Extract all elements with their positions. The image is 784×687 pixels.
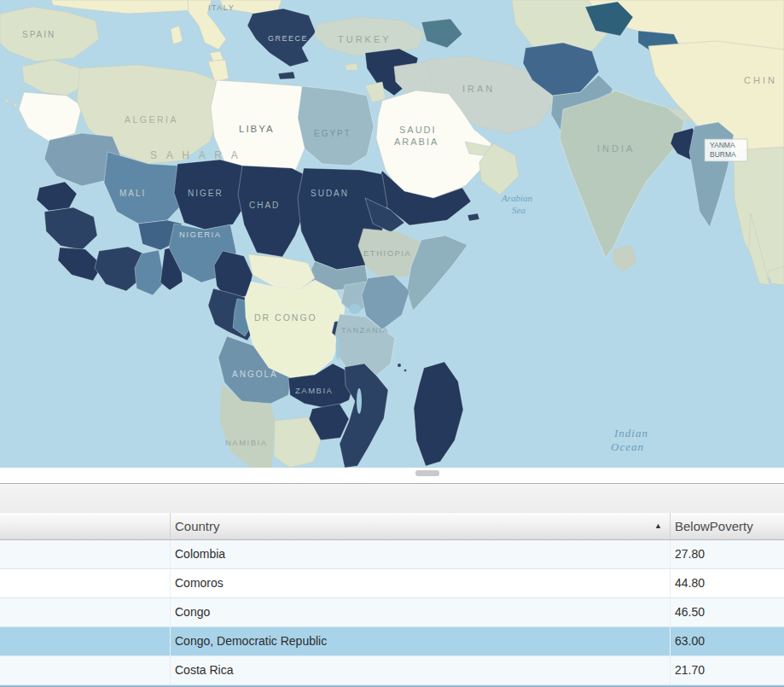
lake-victoria — [349, 304, 361, 314]
column-header-belowpoverty-label: BelowPoverty — [675, 519, 753, 533]
column-header-belowpoverty[interactable]: BelowPoverty — [670, 513, 784, 539]
lake-tanganyika — [336, 336, 340, 360]
map-label-chad: CHAD — [249, 201, 280, 210]
value-cell: 27.80 — [670, 540, 784, 568]
table-row[interactable]: Congo 46.50 — [0, 598, 784, 627]
country-cell: Comoros — [171, 569, 670, 597]
table-row[interactable]: Costa Rica 21.70 — [0, 656, 784, 685]
country-shape-comoros1[interactable] — [398, 364, 401, 367]
lake-malawi — [357, 388, 362, 414]
map-label-ethiopia: ETHIOPIA — [363, 248, 411, 258]
map-label-myanmar-line2: BURMA — [710, 150, 736, 159]
value-cell: 44.80 — [670, 569, 784, 597]
map-panel: ITALY SPAIN GREECE TURKEY IRAN CHIN ALGE… — [0, 0, 784, 468]
basemap-shape-canary2 — [14, 103, 17, 107]
map-label-saudi-line1: SAUDI — [399, 125, 437, 135]
table-row[interactable]: Comoros 44.80 — [0, 569, 784, 598]
map-label-egypt: EGYPT — [314, 129, 351, 138]
choropleth-map[interactable]: ITALY SPAIN GREECE TURKEY IRAN CHIN ALGE… — [0, 0, 784, 468]
map-label-italy: ITALY — [208, 3, 235, 12]
country-shape-comoros2[interactable] — [404, 369, 406, 371]
map-label-sudan: SUDAN — [311, 189, 349, 198]
map-label-indian-ocean-line1: Indian — [613, 427, 648, 440]
map-label-sahara: S A H A R A — [150, 149, 241, 161]
value-cell: 46.50 — [670, 598, 784, 626]
map-label-libya: LIBYA — [239, 124, 275, 134]
gis-app: ITALY SPAIN GREECE TURKEY IRAN CHIN ALGE… — [0, 0, 784, 687]
map-label-drcongo: DR CONGO — [254, 312, 317, 323]
country-cell: Congo — [171, 598, 670, 626]
map-label-tanzania: TANZANIA — [341, 326, 389, 335]
table-toolbar — [0, 483, 784, 513]
map-label-namibia: NAMIBIA — [225, 438, 268, 447]
horizontal-scrollbar-thumb[interactable] — [415, 470, 439, 476]
map-label-niger: NIGER — [188, 189, 224, 198]
value-cell: 63.00 — [670, 627, 784, 655]
map-label-saudi-line2: ARABIA — [394, 137, 438, 147]
column-header-country-label: Country — [175, 513, 220, 539]
country-cell: Congo, Democratic Republic — [171, 627, 670, 655]
table-row-selected[interactable]: Congo, Democratic Republic 63.00 — [0, 627, 784, 656]
value-cell: 21.70 — [670, 656, 784, 684]
country-cell: Colombia — [171, 540, 670, 568]
map-label-turkey: TURKEY — [338, 34, 392, 44]
sort-ascending-icon: ▲ — [654, 513, 670, 539]
country-shape-socotra[interactable] — [467, 213, 479, 221]
map-label-arabian-sea-line2: Sea — [512, 205, 526, 215]
map-scroll-area — [0, 468, 784, 483]
map-label-arabian-sea-line1: Arabian — [501, 193, 533, 203]
map-label-algeria: ALGERIA — [125, 114, 178, 125]
map-label-iran: IRAN — [462, 84, 495, 94]
country-cell: Costa Rica — [171, 656, 670, 684]
column-header-country[interactable]: Country ▲ — [171, 513, 670, 539]
map-label-mali: MALI — [119, 189, 146, 198]
map-label-zambia: ZAMBIA — [295, 386, 333, 395]
header-spacer-cell — [0, 513, 171, 539]
map-label-nigeria: NIGERIA — [179, 230, 222, 239]
map-label-india: INDIA — [597, 143, 635, 154]
row-spacer-cell — [0, 627, 171, 655]
map-label-china: CHIN — [744, 75, 777, 85]
row-spacer-cell — [0, 569, 171, 597]
map-label-spain: SPAIN — [22, 30, 55, 39]
row-spacer-cell — [0, 598, 171, 626]
basemap-shape-canary1 — [5, 99, 9, 102]
map-label-myanmar-line1: YANMA — [710, 141, 735, 149]
row-spacer-cell — [0, 540, 171, 568]
map-label-greece: GREECE — [268, 34, 308, 43]
map-label-angola: ANGOLA — [232, 370, 278, 379]
row-spacer-cell — [0, 656, 171, 684]
map-label-indian-ocean-line2: Ocean — [611, 440, 644, 453]
country-shape-crete[interactable] — [278, 72, 295, 79]
attribute-table: Country ▲ BelowPoverty Colombia 27.80 Co… — [0, 513, 784, 687]
table-header-row: Country ▲ BelowPoverty — [0, 513, 784, 540]
table-row[interactable]: Colombia 27.80 — [0, 540, 784, 569]
